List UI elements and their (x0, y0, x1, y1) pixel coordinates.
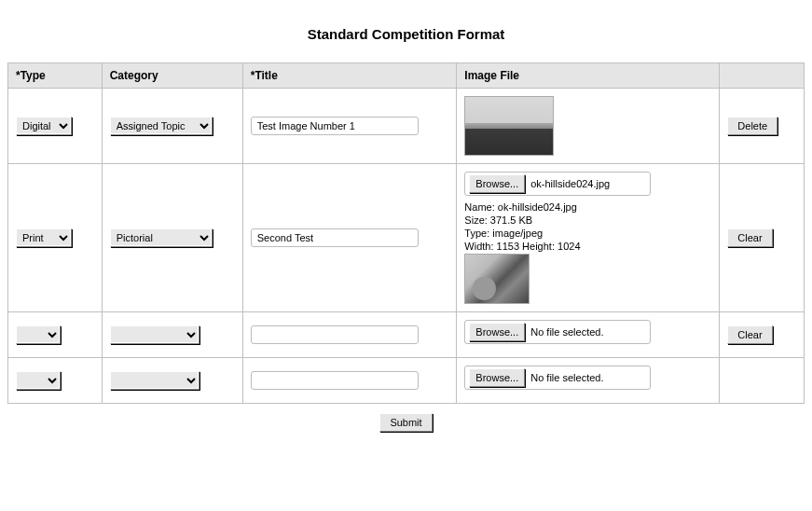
browse-button[interactable]: Browse... (469, 174, 525, 193)
file-meta-size: Size: 371.5 KB (464, 214, 711, 226)
table-row: Browse... No file selected. Clear (8, 312, 805, 358)
file-meta-dims: Width: 1153 Height: 1024 (464, 241, 711, 252)
selected-filename: No file selected. (530, 372, 603, 383)
category-select[interactable] (110, 325, 200, 344)
table-row: Digital Assigned Topic Delete (8, 89, 805, 164)
file-meta-name: Name: ok-hillside024.jpg (464, 201, 711, 213)
file-picker: Browse... ok-hillside024.jpg (464, 172, 651, 196)
category-select[interactable]: Assigned Topic (110, 117, 213, 135)
title-input[interactable] (251, 228, 419, 247)
col-header-type: *Type (8, 63, 103, 89)
file-meta-type: Type: image/jpeg (464, 228, 711, 239)
type-select[interactable]: Digital (16, 117, 72, 135)
file-picker: Browse... No file selected. (464, 366, 651, 390)
delete-button[interactable]: Delete (727, 117, 778, 135)
clear-button[interactable]: Clear (727, 325, 772, 344)
title-input[interactable] (251, 117, 419, 135)
table-row: Browse... No file selected. (8, 358, 805, 404)
page-title: Standard Competition Format (7, 26, 805, 42)
browse-button[interactable]: Browse... (469, 323, 525, 341)
category-select[interactable] (110, 371, 200, 390)
title-input[interactable] (251, 371, 419, 390)
submit-button[interactable]: Submit (379, 413, 432, 432)
col-header-action (720, 63, 805, 89)
table-row: Print Pictorial Browse... ok-hillside024… (8, 164, 805, 312)
title-input[interactable] (251, 325, 419, 344)
col-header-category: Category (102, 63, 242, 89)
browse-button[interactable]: Browse... (469, 368, 525, 387)
selected-filename: ok-hillside024.jpg (530, 178, 610, 189)
selected-filename: No file selected. (530, 326, 603, 338)
category-select[interactable]: Pictorial (110, 228, 213, 247)
type-select[interactable]: Print (16, 228, 72, 247)
clear-button[interactable]: Clear (727, 228, 772, 247)
type-select[interactable] (16, 371, 61, 390)
type-select[interactable] (16, 325, 61, 344)
col-header-image: Image File (457, 63, 720, 89)
file-picker: Browse... No file selected. (464, 320, 651, 344)
competition-table: *Type Category *Title Image File Digital… (7, 62, 805, 404)
image-thumbnail (464, 96, 554, 156)
image-thumbnail (464, 254, 530, 304)
col-header-title: *Title (242, 63, 457, 89)
